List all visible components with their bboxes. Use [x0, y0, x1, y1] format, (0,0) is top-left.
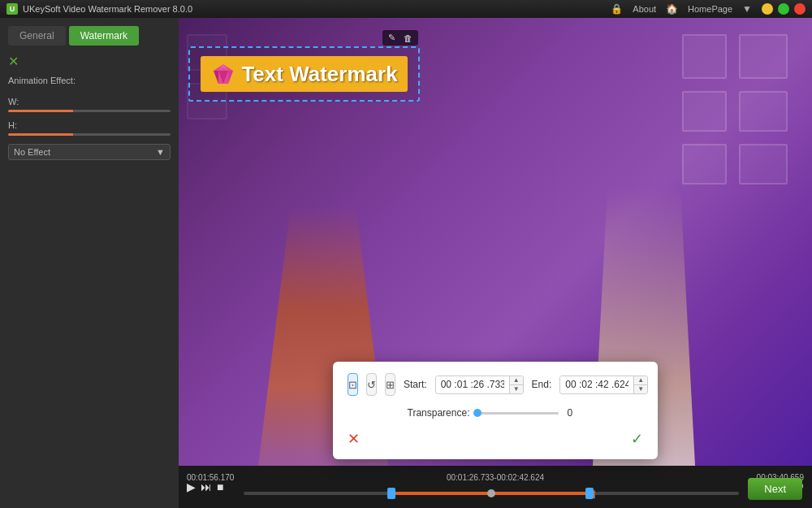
sidebar-close-button[interactable]: ✕: [8, 54, 19, 69]
wall-rect-3: [739, 91, 788, 132]
end-time-input[interactable]: ▲ ▼: [559, 376, 648, 394]
popup-confirm-button[interactable]: ✓: [631, 430, 643, 448]
app-title: UKeySoft Video Watermark Remover 8.0.0: [23, 4, 611, 14]
h-field: H:: [8, 120, 171, 136]
wall-rect-1: [739, 34, 788, 79]
popup-grid-button[interactable]: ⊞: [385, 373, 395, 396]
minimize-button[interactable]: [762, 3, 773, 15]
start-label: Start:: [404, 379, 427, 390]
svg-marker-4: [228, 71, 233, 84]
w-label: W:: [8, 97, 171, 106]
transparency-label: Transparence:: [408, 407, 470, 419]
w-slider-row: [8, 110, 171, 112]
tab-watermark[interactable]: Watermark: [69, 26, 139, 46]
end-time-up[interactable]: ▲: [634, 376, 647, 385]
timeline-track: ▶ ◀: [244, 492, 739, 495]
start-time-input[interactable]: ▲ ▼: [435, 376, 524, 394]
animation-label: Animation Effect:: [8, 76, 171, 85]
time-labels: 00:01:56.170 00:01:26.733-00:02:42.624 0…: [187, 473, 804, 482]
start-time-up[interactable]: ▲: [510, 376, 523, 385]
main-container: General Watermark ✕ Animation Effect: W:…: [0, 18, 812, 508]
no-effect-field: No Effect ▼: [8, 144, 171, 160]
about-link[interactable]: About: [633, 4, 656, 14]
transparency-slider[interactable]: [477, 412, 559, 415]
wall-rect-6: [682, 144, 727, 185]
window-controls: [762, 3, 806, 15]
timeline-handle-right[interactable]: [585, 488, 594, 499]
popup-refresh-button[interactable]: ↺: [366, 373, 377, 396]
w-field: W:: [8, 97, 171, 112]
app-logo: U: [6, 3, 18, 15]
end-time-down[interactable]: ▼: [634, 385, 647, 393]
popup-toolbar: ⊡ ↺ ⊞ Start: ▲ ▼ End:: [348, 373, 643, 396]
wall-rect-4: [682, 91, 727, 132]
timeline[interactable]: ▶ ◀: [244, 485, 739, 501]
video-area: ✎ 🗑 Text Watermark: [179, 18, 812, 508]
watermark-text: Text Watermark: [241, 62, 397, 87]
sidebar-tabs: General Watermark: [8, 26, 171, 46]
w-slider[interactable]: [8, 110, 171, 112]
watermark-delete-button[interactable]: 🗑: [401, 32, 415, 44]
wall-rect-2: [682, 34, 727, 79]
sidebar-close-row: ✕: [8, 54, 171, 69]
tab-general[interactable]: General: [8, 26, 66, 46]
watermark-toolbar: ✎ 🗑: [382, 30, 418, 46]
titlebar-nav: 🔒 About 🏠 HomePage ▼: [611, 3, 752, 15]
start-time-value[interactable]: [436, 376, 509, 393]
animation-field: Animation Effect:: [8, 76, 171, 89]
wall-rect-5: [739, 144, 788, 185]
popup-footer: ✕ ✓: [348, 430, 643, 448]
play-button[interactable]: ▶: [187, 481, 196, 493]
controls-bar: 00:01:56.170 00:01:26.733-00:02:42.624 0…: [179, 466, 812, 508]
maximize-button[interactable]: [778, 3, 789, 15]
watermark-edit-button[interactable]: ✎: [386, 32, 398, 44]
popup-time-row: Start: ▲ ▼ End: ▲ ▼: [404, 376, 648, 394]
watermark-gem-icon: [210, 61, 236, 87]
h-slider-row: [8, 133, 171, 136]
playback-controls: ▶ ⏭ ■: [187, 481, 223, 493]
h-label: H:: [8, 120, 171, 130]
next-button[interactable]: Next: [748, 478, 802, 500]
start-time-spinners: ▲ ▼: [509, 376, 523, 393]
end-time-spinners: ▲ ▼: [633, 376, 647, 393]
transparency-value: 0: [567, 407, 583, 419]
time-range: 00:01:26.733-00:02:42.624: [447, 473, 544, 482]
popup-cancel-button[interactable]: ✕: [348, 430, 360, 448]
popup-overlay: ⊡ ↺ ⊞ Start: ▲ ▼ End:: [333, 362, 658, 459]
watermark-text-display: Text Watermark: [201, 56, 407, 92]
end-time-value[interactable]: [560, 376, 633, 393]
close-button[interactable]: [794, 3, 806, 15]
titlebar: U UKeySoft Video Watermark Remover 8.0.0…: [0, 0, 812, 18]
start-time-down[interactable]: ▼: [510, 385, 523, 393]
svg-marker-3: [214, 71, 218, 84]
transparency-row: Transparence: 0: [348, 407, 643, 419]
step-button[interactable]: ⏭: [201, 481, 212, 493]
timeline-playhead[interactable]: [487, 489, 495, 497]
h-slider[interactable]: [8, 133, 171, 136]
end-label: End:: [532, 379, 552, 390]
popup-filter-button[interactable]: ⊡: [348, 373, 358, 396]
transparency-handle[interactable]: [473, 409, 482, 417]
sidebar: General Watermark ✕ Animation Effect: W:…: [0, 18, 179, 508]
homepage-link[interactable]: HomePage: [688, 4, 732, 14]
watermark-overlay[interactable]: ✎ 🗑 Text Watermark: [188, 46, 420, 102]
stop-button[interactable]: ■: [217, 481, 223, 493]
no-effect-select[interactable]: No Effect ▼: [8, 144, 171, 160]
timeline-handle-left[interactable]: [387, 488, 395, 499]
